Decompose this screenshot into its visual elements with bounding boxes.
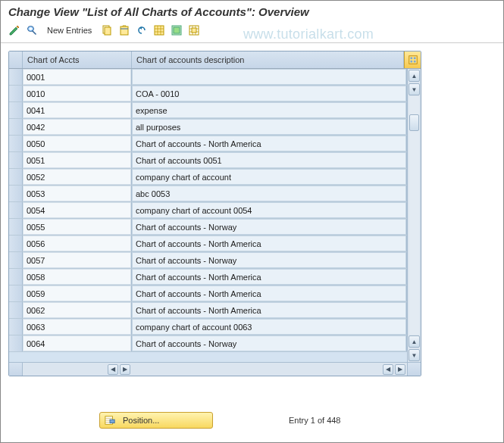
scroll-track[interactable]: [409, 96, 419, 335]
table-row: [9, 319, 407, 335]
cell-code-input[interactable]: [23, 102, 131, 118]
svg-rect-12: [413, 58, 415, 60]
svg-rect-13: [410, 61, 412, 63]
row-selector-header[interactable]: [9, 51, 23, 68]
position-button[interactable]: Position...: [99, 412, 213, 429]
table-row: [9, 136, 407, 152]
cell-code-input[interactable]: [23, 335, 131, 351]
row-selector[interactable]: [9, 269, 23, 285]
cell-desc-input[interactable]: [132, 102, 406, 118]
row-selector[interactable]: [9, 152, 23, 168]
cell-code-input[interactable]: [23, 269, 131, 285]
table-row: [9, 302, 407, 319]
horizontal-scrollbar[interactable]: ◀ ▶ ◀ ▶: [23, 363, 407, 376]
row-selector[interactable]: [9, 236, 23, 251]
cell-code-input[interactable]: [23, 152, 131, 168]
table-row: [9, 219, 407, 236]
scroll-down-step-icon[interactable]: ▼: [409, 83, 420, 95]
select-block-icon[interactable]: [169, 23, 184, 38]
cell-code-input[interactable]: [23, 302, 131, 318]
hscroll-left-1-icon[interactable]: ◀: [108, 364, 118, 375]
row-selector[interactable]: [9, 335, 23, 351]
cell-desc-input[interactable]: [132, 252, 406, 268]
cell-code-input[interactable]: [23, 319, 131, 335]
cell-desc-input[interactable]: [132, 269, 406, 285]
deselect-all-icon[interactable]: [186, 23, 202, 38]
table-row: [9, 69, 407, 86]
cell-code-input[interactable]: [23, 169, 131, 185]
select-all-icon[interactable]: [152, 23, 167, 38]
cell-desc-input[interactable]: [132, 219, 406, 235]
row-selector[interactable]: [9, 202, 23, 218]
new-entries-button[interactable]: New Entries: [42, 23, 97, 38]
svg-rect-16: [110, 420, 114, 423]
cell-desc-input[interactable]: [132, 119, 406, 135]
cell-desc-input[interactable]: [132, 285, 406, 301]
find-icon[interactable]: [24, 23, 39, 38]
cell-code-input[interactable]: [23, 219, 131, 235]
position-label: Position...: [123, 416, 159, 425]
cell-desc-input[interactable]: [132, 69, 406, 85]
svg-rect-5: [155, 26, 164, 35]
hscroll-right-1-icon[interactable]: ▶: [120, 364, 130, 375]
svg-rect-10: [409, 56, 417, 64]
svg-rect-9: [192, 28, 196, 33]
cell-code-input[interactable]: [23, 202, 131, 218]
table-row: [9, 102, 407, 119]
svg-rect-3: [105, 27, 111, 35]
scroll-thumb[interactable]: [409, 114, 419, 131]
hscroll-right-2-icon[interactable]: ▶: [395, 364, 405, 375]
table-settings-icon[interactable]: [404, 51, 421, 68]
table-row: [9, 252, 407, 269]
scroll-up-step-icon[interactable]: ▲: [409, 335, 420, 348]
row-selector[interactable]: [9, 252, 23, 268]
delete-icon[interactable]: [117, 23, 132, 38]
cell-desc-input[interactable]: [132, 236, 406, 251]
column-header-code[interactable]: Chart of Accts: [23, 51, 132, 68]
cell-code-input[interactable]: [23, 186, 131, 201]
undo-change-icon[interactable]: [134, 23, 149, 38]
svg-rect-14: [413, 61, 415, 63]
row-selector[interactable]: [9, 285, 23, 301]
hscroll-left-2-icon[interactable]: ◀: [383, 364, 393, 375]
cell-code-input[interactable]: [23, 236, 131, 251]
copy-as-icon[interactable]: [99, 23, 114, 38]
cell-desc-input[interactable]: [132, 319, 406, 335]
cell-desc-input[interactable]: [132, 202, 406, 218]
scroll-down-icon[interactable]: ▼: [409, 349, 420, 361]
cell-desc-input[interactable]: [132, 136, 406, 151]
page-title: Change View "List of All Charts of Accou…: [1, 1, 503, 21]
cell-desc-input[interactable]: [132, 186, 406, 201]
cell-code-input[interactable]: [23, 69, 131, 85]
row-selector[interactable]: [9, 219, 23, 235]
row-selector[interactable]: [9, 119, 23, 135]
table-row: [9, 186, 407, 202]
row-selector[interactable]: [9, 69, 23, 85]
row-selector[interactable]: [9, 302, 23, 318]
cell-desc-input[interactable]: [132, 302, 406, 318]
svg-rect-7: [174, 27, 180, 33]
row-selector[interactable]: [9, 86, 23, 101]
cell-code-input[interactable]: [23, 119, 131, 135]
row-selector[interactable]: [9, 319, 23, 335]
row-selector[interactable]: [9, 102, 23, 118]
cell-desc-input[interactable]: [132, 335, 406, 351]
row-selector[interactable]: [9, 169, 23, 185]
toggle-display-change-icon[interactable]: [7, 23, 22, 38]
row-selector[interactable]: [9, 186, 23, 201]
table-row: [9, 236, 407, 252]
scroll-up-icon[interactable]: ▲: [409, 70, 420, 82]
cell-desc-input[interactable]: [132, 86, 406, 101]
cell-code-input[interactable]: [23, 136, 131, 151]
cell-desc-input[interactable]: [132, 152, 406, 168]
cell-code-input[interactable]: [23, 252, 131, 268]
cell-code-input[interactable]: [23, 86, 131, 101]
vertical-scrollbar[interactable]: ▲ ▼ ▲ ▼: [407, 69, 421, 362]
cell-desc-input[interactable]: [132, 169, 406, 185]
toolbar: New Entries: [1, 21, 503, 43]
cell-code-input[interactable]: [23, 285, 131, 301]
svg-rect-4: [121, 27, 128, 35]
column-header-desc[interactable]: Chart of accounts description: [132, 51, 404, 68]
row-selector[interactable]: [9, 136, 23, 151]
table-row: [9, 119, 407, 136]
